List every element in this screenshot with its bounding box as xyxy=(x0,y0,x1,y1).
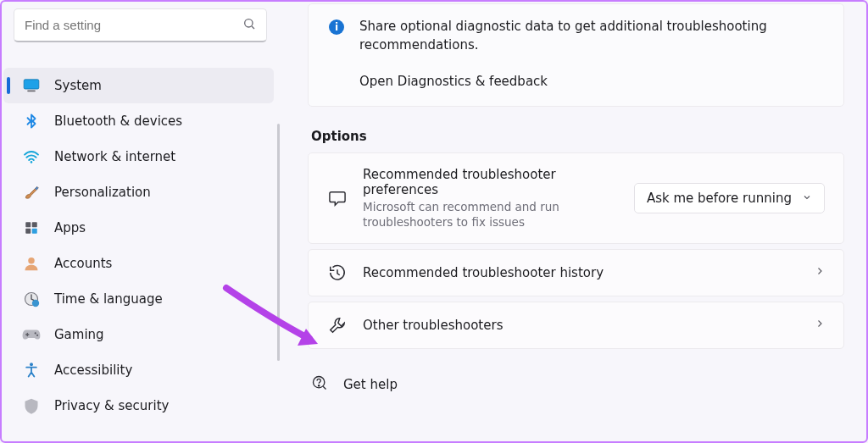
card-other-troubleshooters[interactable]: Other troubleshooters xyxy=(308,302,844,349)
info-icon: i xyxy=(329,19,344,35)
nav-system[interactable]: System xyxy=(3,68,274,103)
svg-point-12 xyxy=(32,300,39,307)
chevron-right-icon xyxy=(815,317,825,333)
troubleshoot-main: i Share optional diagnostic data to get … xyxy=(279,2,866,441)
chevron-right-icon xyxy=(815,264,825,280)
nav-network[interactable]: Network & internet xyxy=(3,139,274,174)
svg-point-13 xyxy=(35,332,36,334)
gamepad-icon xyxy=(22,325,41,344)
svg-point-5 xyxy=(31,161,33,163)
banner-text: Share optional diagnostic data to get ad… xyxy=(359,18,823,55)
svg-line-1 xyxy=(252,26,254,29)
nav-label: Gaming xyxy=(54,327,104,342)
nav-apps[interactable]: Apps xyxy=(3,210,274,246)
svg-line-18 xyxy=(323,386,326,389)
options-heading: Options xyxy=(311,129,844,144)
nav-gaming[interactable]: Gaming xyxy=(3,317,274,352)
nav-label: Accessibility xyxy=(54,363,132,378)
svg-rect-6 xyxy=(25,222,31,227)
paintbrush-icon xyxy=(22,183,41,202)
nav-accounts[interactable]: Accounts xyxy=(3,246,274,281)
chat-icon xyxy=(327,190,348,207)
settings-nav: System Bluetooth & devices Network & int… xyxy=(2,51,279,424)
card-troubleshooter-prefs[interactable]: Recommended troubleshooter preferences M… xyxy=(308,152,844,244)
svg-point-0 xyxy=(245,19,253,26)
card-title: Recommended troubleshooter preferences xyxy=(363,167,634,197)
get-help-link[interactable]: Get help xyxy=(311,374,844,395)
nav-label: Privacy & security xyxy=(54,398,169,413)
system-icon xyxy=(22,76,41,95)
accessibility-icon xyxy=(22,361,41,379)
wifi-icon xyxy=(22,147,41,166)
nav-personalization[interactable]: Personalization xyxy=(3,174,274,210)
nav-label: Accounts xyxy=(54,256,112,271)
bluetooth-icon xyxy=(22,112,41,130)
chevron-down-icon xyxy=(802,191,812,206)
search-icon xyxy=(242,17,256,34)
settings-search[interactable] xyxy=(14,8,267,42)
prefs-select[interactable]: Ask me before running xyxy=(634,183,825,213)
svg-rect-2 xyxy=(24,80,39,89)
nav-bluetooth[interactable]: Bluetooth & devices xyxy=(3,103,274,139)
wrench-icon xyxy=(327,316,348,335)
svg-rect-8 xyxy=(25,229,31,234)
nav-label: Network & internet xyxy=(54,149,175,164)
nav-time-language[interactable]: Time & language xyxy=(3,281,274,317)
nav-label: Time & language xyxy=(54,291,163,307)
svg-point-14 xyxy=(36,335,38,336)
open-diagnostics-link[interactable]: Open Diagnostics & feedback xyxy=(359,74,823,89)
svg-point-10 xyxy=(28,257,35,264)
nav-label: System xyxy=(54,78,102,93)
card-troubleshooter-history[interactable]: Recommended troubleshooter history xyxy=(308,249,844,296)
card-title: Recommended troubleshooter history xyxy=(363,265,815,280)
settings-sidebar: System Bluetooth & devices Network & int… xyxy=(2,2,279,441)
apps-icon xyxy=(22,219,41,237)
clock-globe-icon xyxy=(22,290,41,308)
nav-accessibility[interactable]: Accessibility xyxy=(3,352,274,388)
nav-label: Bluetooth & devices xyxy=(54,114,182,129)
card-subtitle: Microsoft can recommend and run troubles… xyxy=(363,199,634,230)
card-title: Other troubleshooters xyxy=(363,318,815,333)
svg-rect-4 xyxy=(27,91,36,92)
accounts-icon xyxy=(22,254,41,273)
shield-icon xyxy=(22,396,41,415)
nav-label: Apps xyxy=(54,220,86,235)
nav-privacy[interactable]: Privacy & security xyxy=(3,388,274,424)
select-value: Ask me before running xyxy=(647,191,792,206)
svg-point-17 xyxy=(319,385,320,386)
svg-point-15 xyxy=(30,363,33,366)
get-help-label: Get help xyxy=(343,377,398,392)
diagnostic-banner: i Share optional diagnostic data to get … xyxy=(308,3,844,107)
svg-rect-9 xyxy=(32,229,37,234)
nav-label: Personalization xyxy=(54,185,151,200)
search-input[interactable] xyxy=(25,18,242,32)
help-icon xyxy=(311,374,328,395)
svg-rect-7 xyxy=(32,222,37,227)
history-icon xyxy=(327,263,348,282)
